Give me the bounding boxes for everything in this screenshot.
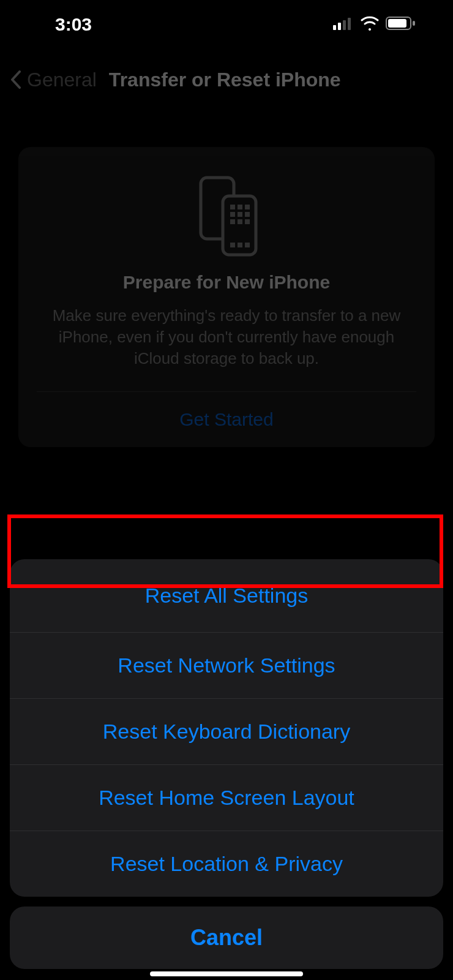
svg-rect-16 [238,219,242,224]
svg-rect-10 [238,205,242,209]
svg-rect-11 [245,205,250,209]
cancel-button[interactable]: Cancel [10,907,443,969]
svg-rect-3 [348,18,351,30]
svg-rect-14 [245,212,250,217]
nav-bar: General Transfer or Reset iPhone [0,49,453,110]
svg-rect-1 [338,23,341,30]
reset-home-screen-layout-button[interactable]: Reset Home Screen Layout [10,764,443,831]
action-sheet-group: Reset All Settings Reset Network Setting… [10,559,443,897]
status-time: 3:03 [55,14,92,35]
back-button-label[interactable]: General [27,69,97,91]
phones-transfer-icon [37,172,416,257]
svg-rect-17 [245,219,250,224]
status-bar: 3:03 [0,0,453,49]
action-sheet: Reset All Settings Reset Network Setting… [0,559,453,980]
reset-network-settings-button[interactable]: Reset Network Settings [10,632,443,698]
battery-icon [386,16,416,33]
reset-keyboard-dictionary-button[interactable]: Reset Keyboard Dictionary [10,698,443,764]
svg-rect-20 [245,243,250,247]
chevron-left-icon[interactable] [9,67,23,92]
get-started-button[interactable]: Get Started [37,392,416,447]
page-title: Transfer or Reset iPhone [109,69,341,91]
prepare-card: Prepare for New iPhone Make sure everyth… [18,147,435,447]
svg-rect-12 [230,212,235,217]
svg-rect-15 [230,219,235,224]
card-title: Prepare for New iPhone [37,272,416,293]
svg-rect-0 [333,25,336,30]
reset-location-privacy-button[interactable]: Reset Location & Privacy [10,831,443,897]
reset-all-settings-button[interactable]: Reset All Settings [10,559,443,632]
home-indicator[interactable] [150,971,303,976]
svg-rect-19 [238,243,242,247]
svg-rect-18 [230,243,235,247]
card-body: Make sure everything's ready to transfer… [37,305,416,369]
svg-rect-6 [413,21,415,26]
svg-rect-9 [230,205,235,209]
svg-rect-2 [343,20,346,30]
status-icons [333,16,416,33]
cellular-icon [333,17,354,32]
wifi-icon [360,16,380,33]
svg-rect-5 [388,19,406,28]
svg-rect-13 [238,212,242,217]
